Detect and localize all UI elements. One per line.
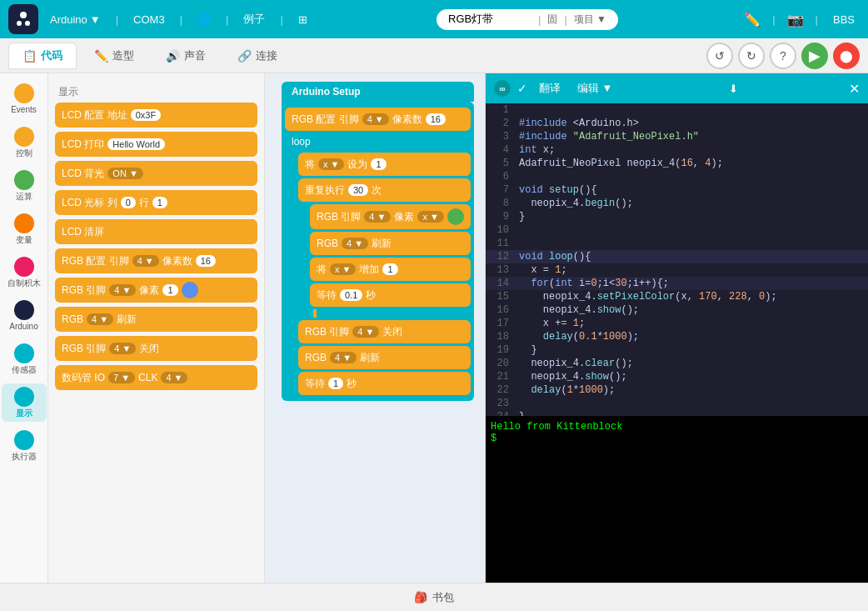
code-line: 1	[486, 103, 868, 117]
color-picker[interactable]	[182, 282, 198, 298]
block-lcd-clear[interactable]: LCD 清屏	[55, 219, 257, 244]
block-digital-tube[interactable]: 数码管 IO 7 ▼ CLK 4 ▼	[55, 365, 257, 390]
example-btn[interactable]: 例子	[238, 8, 270, 30]
svg-point-3	[25, 21, 30, 26]
script-rgb-pixel-x[interactable]: RGB 引脚 4 ▼ 像素 x ▼	[310, 204, 471, 229]
fixed-btn[interactable]: 固	[547, 13, 557, 27]
arduino-label: Arduino	[9, 322, 37, 332]
block-rgb-config[interactable]: RGB 配置 引脚 4 ▼ 像素数 16	[55, 248, 257, 273]
cat-display[interactable]: 显示	[2, 383, 47, 422]
section-label: 显示	[58, 85, 257, 99]
code-line: 8 neopix_4.begin();	[486, 197, 868, 210]
tab-sound-label: 声音	[184, 48, 206, 63]
tab-connect[interactable]: 🔗 连接	[223, 43, 292, 69]
cat-sensors[interactable]: 传感器	[2, 340, 47, 378]
block-rgb-pixel[interactable]: RGB 引脚 4 ▼ 像素 1	[55, 278, 257, 303]
blocks-btn[interactable]: ⊞	[293, 10, 312, 29]
cat-executor[interactable]: 执行器	[2, 427, 47, 465]
script-wait-1[interactable]: 等待 1 秒	[298, 372, 471, 395]
cat-arduino[interactable]: Arduino	[2, 297, 47, 335]
edit-btn[interactable]: 编辑 ▼	[572, 79, 617, 98]
script-repeat-body: RGB 引脚 4 ▼ 像素 x ▼ RGB 4 ▼ 刷新	[310, 204, 471, 318]
script-x-increase[interactable]: 将 x ▼ 增加 1	[310, 258, 471, 281]
tab-sound[interactable]: 🔊 声音	[152, 43, 220, 69]
script-rgb-config[interactable]: RGB 配置 引脚 4 ▼ 像素数 16	[285, 108, 471, 131]
port-btn[interactable]: COM3	[128, 10, 170, 29]
port-label: COM3	[133, 13, 165, 26]
help-btn[interactable]: ?	[770, 43, 796, 69]
cat-control[interactable]: 控制	[2, 123, 47, 162]
control-dot	[14, 127, 34, 147]
script-wait-01[interactable]: 等待 0.1 秒	[310, 283, 471, 307]
topbar: Arduino ▼ | COM3 | 🌐 | 例子 | ⊞ | 固 | 项目 ▼…	[0, 0, 868, 38]
edit-icon-btn[interactable]: ✏️	[742, 10, 762, 29]
code-area[interactable]: 1 2 #include <Arduino.h> 3 #include "Ada…	[486, 103, 868, 416]
script-loop-body: 将 x ▼ 设为 1 重复执行 30 次 RGB 引脚	[298, 153, 471, 395]
cat-events[interactable]: Events	[2, 80, 47, 118]
arduino-menu-btn[interactable]: Arduino ▼	[45, 10, 106, 29]
script-rgb-show[interactable]: RGB 4 ▼ 刷新	[310, 232, 471, 255]
tab-code[interactable]: 📋 代码	[8, 43, 77, 69]
globe-btn[interactable]: 🌐	[192, 10, 216, 29]
reset-btn-1[interactable]: ↺	[706, 43, 733, 69]
arduino-dot	[14, 300, 34, 320]
events-label: Events	[11, 105, 37, 115]
tabbar: 📋 代码 ✏️ 造型 🔊 声音 🔗 连接 ↺ ↻ ? ▶ ⬤	[0, 38, 868, 73]
block-lcd-backlight[interactable]: LCD 背光 ON ▼	[55, 161, 257, 186]
svg-point-0	[12, 8, 35, 31]
block-lcd-config[interactable]: LCD 配置 地址 0x3F	[55, 103, 257, 128]
shape-tab-icon: ✏️	[94, 49, 108, 63]
reset-btn-2[interactable]: ↻	[738, 43, 765, 69]
terminal-area[interactable]: Hello from Kittenblock $	[486, 416, 868, 583]
blocks-icon: ⊞	[298, 13, 307, 26]
script-set-x[interactable]: 将 x ▼ 设为 1	[298, 153, 471, 176]
script-rgb-off[interactable]: RGB 引脚 4 ▼ 关闭	[298, 320, 471, 343]
code-line: 22 delay(1*1000);	[486, 383, 868, 397]
block-rgb-refresh[interactable]: RGB 4 ▼ 刷新	[55, 307, 257, 332]
bag-area[interactable]: 🎒 书包	[414, 590, 454, 605]
block-rgb-close[interactable]: RGB 引脚 4 ▼ 关闭	[55, 336, 257, 361]
code-line: 4 int x;	[486, 143, 868, 157]
block-lcd-cursor[interactable]: LCD 光标 列 0 行 1	[55, 190, 257, 215]
blocks-panel: 显示 LCD 配置 地址 0x3F LCD 打印 Hello World LCD…	[48, 73, 265, 583]
script-repeat[interactable]: 重复执行 30 次	[298, 178, 471, 202]
download-btn[interactable]: ⬇	[724, 81, 743, 97]
checkmark-icon: ✓	[517, 82, 527, 95]
search-input[interactable]	[448, 13, 531, 26]
script-container: Arduino Setup RGB 配置 引脚 4 ▼ 像素数 16 loop …	[282, 82, 474, 401]
code-line: 2 #include <Arduino.h>	[486, 117, 868, 130]
code-panel: ∞ ✓ 翻译 编辑 ▼ ⬇ ✕ 1 2 #include <Arduino.h>…	[485, 73, 868, 583]
stop-btn[interactable]: ⬤	[833, 43, 860, 69]
script-rgb-show2[interactable]: RGB 4 ▼ 刷新	[298, 346, 471, 369]
display-label: 显示	[16, 408, 32, 418]
bbs-btn[interactable]: BBS	[828, 10, 860, 29]
camera-icon-btn[interactable]: 📷	[786, 10, 806, 29]
loop-end-bracket	[313, 309, 471, 318]
cat-logic[interactable]: 运算	[2, 167, 47, 205]
code-line: 21 neopix_4.show();	[486, 370, 868, 383]
project-btn[interactable]: 项目 ▼	[574, 13, 606, 27]
tab-shape[interactable]: ✏️ 造型	[80, 43, 148, 69]
main-layout: Events 控制 运算 变量 自制积木 Arduino 传感器 显示	[0, 73, 868, 583]
close-btn[interactable]: ✕	[849, 81, 860, 97]
example-label: 例子	[243, 12, 265, 27]
color-green[interactable]	[447, 208, 464, 225]
terminal-line-2: $	[491, 433, 863, 444]
arduino-logo: ∞	[494, 80, 511, 97]
code-line: 14 for(int i=0;i<30;i++){;	[486, 277, 868, 290]
events-dot	[14, 83, 34, 103]
svg-point-2	[17, 21, 22, 26]
block-lcd-print[interactable]: LCD 打印 Hello World	[55, 132, 257, 157]
translate-btn[interactable]: 翻译	[534, 79, 566, 98]
cat-custom[interactable]: 自制积木	[2, 253, 47, 292]
tab-connect-label: 连接	[256, 48, 277, 63]
code-line: 23	[486, 397, 868, 410]
executor-dot	[14, 430, 34, 450]
code-line: 5 Adafruit_NeoPixel neopix_4(16, 4);	[486, 157, 868, 170]
run-btn[interactable]: ▶	[801, 43, 828, 69]
logic-dot	[14, 170, 34, 190]
code-line: 15 neopix_4.setPixelColor(x, 170, 228, 0…	[486, 290, 868, 303]
cat-variables[interactable]: 变量	[2, 210, 47, 248]
bottombar: 🎒 书包	[0, 583, 868, 611]
terminal-line-1: Hello from Kittenblock	[491, 421, 863, 433]
